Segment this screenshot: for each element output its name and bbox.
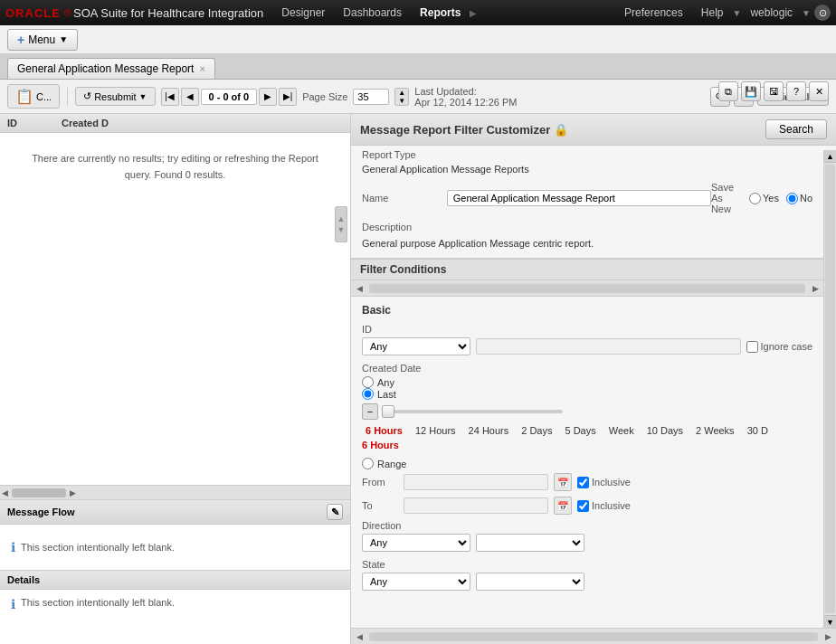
left-scroll-right[interactable]: ▶ xyxy=(70,488,76,497)
menu-label: Menu xyxy=(28,33,55,46)
filter-hscroll[interactable]: ◀ ▶ xyxy=(351,280,823,297)
disk-icon[interactable]: 🖫 xyxy=(764,81,784,101)
bottom-hscroll-left[interactable]: ◀ xyxy=(353,630,366,643)
nav-reports[interactable]: Reports xyxy=(411,0,470,25)
range-radio[interactable] xyxy=(362,458,374,469)
hscroll-right[interactable]: ▶ xyxy=(809,282,822,295)
message-flow-edit-btn[interactable]: ✎ xyxy=(327,504,343,520)
search-button[interactable]: Search xyxy=(765,119,827,139)
from-calendar-btn[interactable]: 📅 xyxy=(554,473,572,491)
desc-label: Description xyxy=(362,222,470,232)
menu-button[interactable]: + Menu ▼ xyxy=(7,29,78,51)
nav-preferences[interactable]: Preferences xyxy=(615,0,692,25)
message-flow-title: Message Flow xyxy=(7,507,75,517)
to-inclusive-checkbox[interactable] xyxy=(577,500,589,512)
id-text-input[interactable] xyxy=(476,338,741,355)
report-type-value-row: General Application Message Reports xyxy=(351,164,823,178)
to-calendar-btn[interactable]: 📅 xyxy=(554,497,572,515)
nav-help[interactable]: Help xyxy=(692,0,733,25)
from-input[interactable] xyxy=(404,474,548,490)
left-scroll-left[interactable]: ◀ xyxy=(2,488,8,497)
from-inclusive-label[interactable]: Inclusive xyxy=(577,477,631,488)
last-radio[interactable] xyxy=(362,388,374,400)
help-icon[interactable]: ? xyxy=(786,81,806,101)
spin-up[interactable]: ▲ xyxy=(395,89,408,97)
slider-minus-btn[interactable]: − xyxy=(362,403,378,420)
hours-5d[interactable]: 5 Days xyxy=(562,423,600,438)
hours-30d[interactable]: 30 D xyxy=(744,423,772,438)
spin-down[interactable]: ▼ xyxy=(395,97,408,105)
any-radio-item: Any xyxy=(362,376,812,388)
resubmit-btn[interactable]: ↺ Resubmit ▼ xyxy=(75,87,155,106)
page-size-input[interactable] xyxy=(353,89,389,105)
to-input[interactable] xyxy=(404,497,548,514)
report-icon-btn[interactable]: 📋 C... xyxy=(7,84,60,109)
save-no-radio[interactable]: No xyxy=(786,193,812,204)
new-window-icon[interactable]: ⧉ xyxy=(718,81,738,101)
hours-week[interactable]: Week xyxy=(605,423,638,438)
left-hscrollbar[interactable]: ◀ ▶ xyxy=(0,485,350,499)
hours-10d[interactable]: 10 Days xyxy=(643,423,687,438)
details-text: This section intentionally left blank. xyxy=(21,597,175,608)
state-select[interactable]: Any xyxy=(362,573,470,591)
bottom-hscroll-thumb[interactable] xyxy=(369,632,818,641)
id-select[interactable]: Any xyxy=(362,337,470,355)
page-size-spinner[interactable]: ▲ ▼ xyxy=(394,88,409,106)
id-field-label: ID xyxy=(362,324,812,335)
last-updated-label: Last Updated: xyxy=(414,86,517,97)
state-select2[interactable] xyxy=(476,573,584,591)
no-results-message: There are currently no results; try edit… xyxy=(0,133,350,201)
direction-select2[interactable] xyxy=(476,534,584,552)
name-input[interactable] xyxy=(447,190,711,206)
message-flow-body: ℹ This section intentionally left blank. xyxy=(0,525,350,570)
filter-scroll-down[interactable]: ▼ xyxy=(824,615,836,628)
ignore-case-label[interactable]: Ignore case xyxy=(746,341,812,353)
report-type-row: Report Type xyxy=(351,146,823,164)
direction-select[interactable]: Any xyxy=(362,534,470,552)
bottom-hscroll-right[interactable]: ▶ xyxy=(822,630,834,643)
close-icon[interactable]: ✕ xyxy=(809,81,829,101)
top-navigation: ORACLE ® SOA Suite for Healthcare Integr… xyxy=(0,0,836,25)
hscroll-thumb[interactable] xyxy=(369,284,805,293)
window-icon[interactable]: ⊙ xyxy=(814,5,831,21)
table-header: ID Created D xyxy=(0,114,350,133)
ignore-case-checkbox[interactable] xyxy=(746,341,758,353)
save-yes-input[interactable] xyxy=(749,193,761,204)
basic-section: Basic ID Any Ignore c xyxy=(351,297,823,605)
filter-hscrollbar-bottom: ◀ ▶ xyxy=(351,628,836,644)
left-panel-scroll-handle[interactable]: ▲ ▼ xyxy=(335,206,347,242)
left-scroll-thumb[interactable] xyxy=(12,488,66,497)
save-no-input[interactable] xyxy=(786,193,798,204)
nav-designer[interactable]: Designer xyxy=(272,0,334,25)
prev-page-btn[interactable]: ◀ xyxy=(181,88,199,106)
nav-dashboards[interactable]: Dashboards xyxy=(334,0,411,25)
hscroll-left[interactable]: ◀ xyxy=(353,282,366,295)
to-inclusive-label[interactable]: Inclusive xyxy=(577,500,631,512)
hours-2w[interactable]: 2 Weeks xyxy=(692,423,738,438)
nav-user[interactable]: weblogic xyxy=(741,0,802,25)
info-icon-details: ℹ xyxy=(11,597,15,611)
message-flow-text: This section intentionally left blank. xyxy=(21,542,175,553)
hours-24[interactable]: 24 Hours xyxy=(465,423,513,438)
save-yes-radio[interactable]: Yes xyxy=(749,193,779,204)
from-row: From 📅 Inclusive xyxy=(362,473,812,491)
from-inclusive-checkbox[interactable] xyxy=(577,477,589,488)
slider-track[interactable] xyxy=(382,410,563,413)
filter-title-text: Message Report Filter Customizer xyxy=(360,123,550,137)
next-page-btn[interactable]: ▶ xyxy=(259,88,277,106)
main-tab[interactable]: General Application Message Report × xyxy=(7,58,215,79)
left-panel: ID Created D There are currently no resu… xyxy=(0,114,351,644)
hours-2d[interactable]: 2 Days xyxy=(518,423,556,438)
last-page-btn[interactable]: ▶| xyxy=(279,88,297,106)
tab-action-icons: ⧉ 💾 🖫 ? ✕ xyxy=(718,81,829,101)
hours-12[interactable]: 12 Hours xyxy=(412,423,460,438)
filter-scroll-thumb[interactable] xyxy=(825,165,835,613)
resubmit-label: Resubmit xyxy=(94,91,136,102)
slider-thumb[interactable] xyxy=(382,405,394,418)
save-icon[interactable]: 💾 xyxy=(741,81,761,101)
filter-scroll-up[interactable]: ▲ xyxy=(824,150,836,163)
tab-close-button[interactable]: × xyxy=(199,63,204,74)
first-page-btn[interactable]: |◀ xyxy=(161,88,179,106)
hours-6[interactable]: 6 Hours xyxy=(362,423,406,438)
any-radio[interactable] xyxy=(362,376,374,388)
